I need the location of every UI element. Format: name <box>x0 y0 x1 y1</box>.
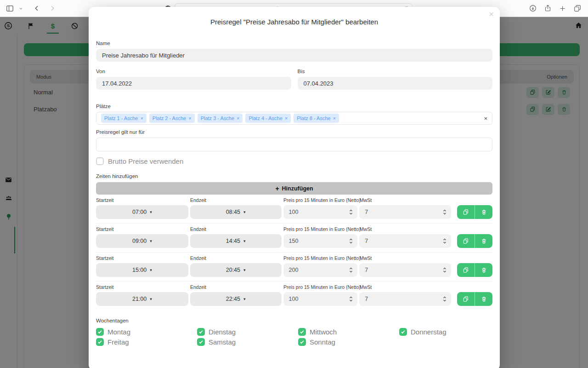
preis-label: Preis pro 15 Minuten in Euro (Netto) <box>283 284 360 290</box>
gilt-nur-fuer-input[interactable] <box>96 138 492 151</box>
stepper-icon[interactable] <box>442 209 447 215</box>
preis-input[interactable] <box>283 205 358 219</box>
stepper-icon[interactable] <box>349 209 353 215</box>
wochentagen-label: Wochentagen <box>96 318 492 323</box>
row-action-group <box>457 234 492 248</box>
dropdown-arrow-icon: ▾ <box>243 210 246 214</box>
day-checkbox-donnerstag[interactable]: Donnerstag <box>399 327 500 336</box>
modal-title: Preisregel "Preise Jahresabo für Mitglie… <box>96 7 492 26</box>
day-checkbox-montag[interactable]: Montag <box>96 327 197 336</box>
mwst-label: MwSt <box>360 284 372 290</box>
sidebar-toggle-icon[interactable] <box>6 4 14 13</box>
day-checkbox-mittwoch[interactable]: Mittwoch <box>298 327 399 336</box>
delete-row-button[interactable] <box>475 292 492 306</box>
platz-tag: Platz 4 - Asche× <box>245 114 291 123</box>
startzeit-label: Startzeit <box>96 226 190 232</box>
copy-row-button[interactable] <box>457 234 475 248</box>
brutto-checkbox[interactable] <box>96 157 104 165</box>
preisregel-edit-modal: × Preisregel "Preise Jahresabo für Mitgl… <box>89 7 500 368</box>
von-date-input[interactable] <box>96 77 291 90</box>
mwst-input[interactable] <box>359 263 451 277</box>
startzeit-label: Startzeit <box>96 284 190 290</box>
preis-label: Preis pro 15 Minuten in Euro (Netto) <box>283 197 360 203</box>
copy-row-button[interactable] <box>457 205 475 219</box>
endzeit-select[interactable]: 22:45▾ <box>190 292 282 306</box>
endzeit-select[interactable]: 08:45▾ <box>190 205 282 219</box>
delete-row-button[interactable] <box>475 205 492 219</box>
plaetze-multiselect[interactable]: Platz 1 - Asche× Platz 2 - Asche× Platz … <box>96 112 492 125</box>
remove-tag-icon[interactable]: × <box>140 115 143 121</box>
stepper-icon[interactable] <box>349 238 353 244</box>
remove-tag-icon[interactable]: × <box>188 115 191 121</box>
row-action-group <box>457 205 492 219</box>
close-icon[interactable]: × <box>489 9 494 19</box>
dropdown-arrow-icon: ▾ <box>150 239 152 243</box>
mwst-input[interactable] <box>359 205 451 219</box>
copy-row-button[interactable] <box>457 292 475 306</box>
mwst-label: MwSt <box>360 255 372 261</box>
gilt-label: Preisregel gilt nur für <box>96 129 492 135</box>
preis-input[interactable] <box>283 234 358 248</box>
clear-all-icon[interactable]: × <box>484 115 487 122</box>
row-action-group <box>457 263 492 277</box>
startzeit-select[interactable]: 09:00▾ <box>96 234 188 248</box>
remove-tag-icon[interactable]: × <box>237 115 239 121</box>
startzeit-select[interactable]: 15:00▾ <box>96 263 188 277</box>
preis-input[interactable] <box>283 263 358 277</box>
von-label: Von <box>96 69 291 74</box>
stepper-icon[interactable] <box>442 267 447 273</box>
back-button[interactable] <box>33 5 40 12</box>
day-checkbox-samstag[interactable]: Samstag <box>197 337 298 346</box>
startzeit-label: Startzeit <box>96 197 190 203</box>
platz-tag: Platz 3 - Asche× <box>198 114 243 123</box>
preis-input-wrap <box>283 234 358 248</box>
endzeit-label: Endzeit <box>190 255 283 261</box>
mwst-input[interactable] <box>359 234 451 248</box>
stepper-icon[interactable] <box>442 238 447 244</box>
stepper-icon[interactable] <box>442 296 447 302</box>
copy-row-button[interactable] <box>457 263 475 277</box>
platz-tag: Platz 8 - Asche× <box>294 114 339 123</box>
startzeit-select[interactable]: 21:00▾ <box>96 292 188 306</box>
bis-label: Bis <box>298 69 493 74</box>
delete-row-button[interactable] <box>475 263 492 277</box>
name-label: Name <box>96 40 492 46</box>
preis-label: Preis pro 15 Minuten in Euro (Netto) <box>283 255 360 261</box>
dropdown-arrow-icon: ▾ <box>243 297 246 301</box>
new-tab-icon[interactable] <box>559 5 566 12</box>
startzeit-select[interactable]: 07:00▾ <box>96 205 188 219</box>
zeit-row: Startzeit Endzeit Preis pro 15 Minuten i… <box>96 226 492 253</box>
bis-date-input[interactable] <box>298 77 493 90</box>
zeit-row: Startzeit Endzeit Preis pro 15 Minuten i… <box>96 197 492 224</box>
tab-overview-icon[interactable] <box>573 4 582 12</box>
day-checkbox-dienstag[interactable]: Dienstag <box>197 327 298 336</box>
delete-row-button[interactable] <box>475 234 492 248</box>
day-checkbox-sonntag[interactable]: Sonntag <box>298 337 399 346</box>
chevron-down-icon[interactable] <box>19 6 23 11</box>
dropdown-arrow-icon: ▾ <box>243 268 246 272</box>
brutto-label: Brutto Preise verwenden <box>108 157 183 165</box>
hinzufuegen-button[interactable]: + Hinzufügen <box>96 182 492 195</box>
checkbox-checked-icon <box>298 328 306 336</box>
forward-button[interactable] <box>49 5 56 12</box>
zeit-row: Startzeit Endzeit Preis pro 15 Minuten i… <box>96 284 492 310</box>
name-input[interactable] <box>96 49 492 62</box>
remove-tag-icon[interactable]: × <box>333 115 336 121</box>
dropdown-arrow-icon: ▾ <box>150 297 152 301</box>
stepper-icon[interactable] <box>349 267 353 273</box>
checkbox-checked-icon <box>197 328 205 336</box>
endzeit-label: Endzeit <box>190 197 283 203</box>
endzeit-select[interactable]: 20:45▾ <box>190 263 282 277</box>
endzeit-select[interactable]: 14:45▾ <box>190 234 282 248</box>
mwst-input[interactable] <box>359 292 451 306</box>
plaetze-label: Plätze <box>96 104 492 109</box>
mwst-label: MwSt <box>360 226 372 232</box>
checkbox-checked-icon <box>197 338 205 346</box>
share-icon[interactable] <box>544 4 552 12</box>
downloads-icon[interactable] <box>529 4 537 12</box>
preis-input[interactable] <box>283 292 358 306</box>
day-checkbox-freitag[interactable]: Freitag <box>96 337 197 346</box>
remove-tag-icon[interactable]: × <box>285 115 288 121</box>
stepper-icon[interactable] <box>349 296 353 302</box>
mwst-input-wrap <box>359 263 451 277</box>
